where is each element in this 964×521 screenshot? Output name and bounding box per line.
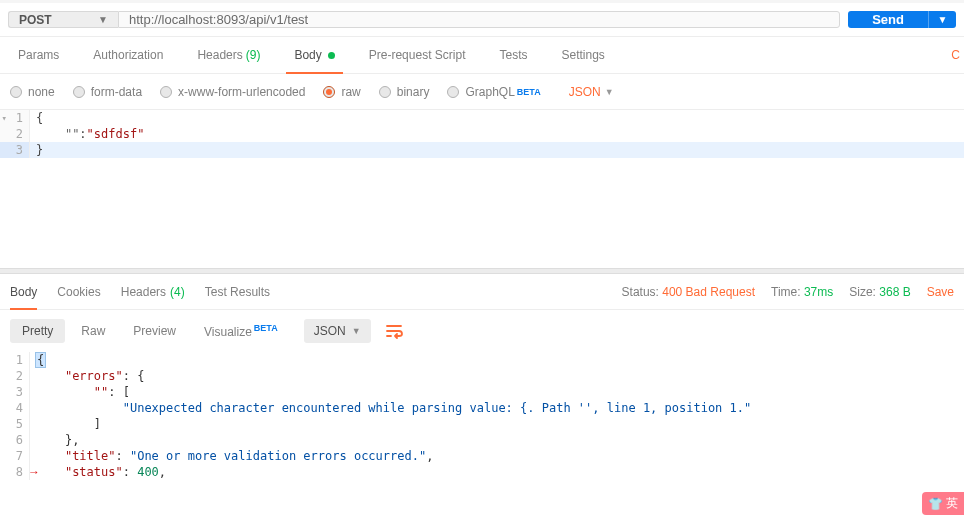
ime-badge[interactable]: 👕 英 xyxy=(922,492,964,515)
cookies-link[interactable]: C xyxy=(951,48,960,62)
request-body-editor[interactable]: 1▾{ 2 "":"sdfdsf" 3} xyxy=(0,110,964,268)
view-pretty-button[interactable]: Pretty xyxy=(10,319,65,343)
arrow-annotation-icon xyxy=(28,464,40,480)
shirt-icon: 👕 xyxy=(928,497,943,511)
method-value: POST xyxy=(19,13,52,27)
send-button[interactable]: Send xyxy=(848,11,928,28)
raw-format-select[interactable]: JSON ▼ xyxy=(569,85,614,99)
send-more-button[interactable]: ▼ xyxy=(928,11,956,28)
view-raw-button[interactable]: Raw xyxy=(69,319,117,343)
body-none-radio[interactable]: none xyxy=(10,85,55,99)
response-format-select[interactable]: JSON ▼ xyxy=(304,319,371,343)
body-raw-radio[interactable]: raw xyxy=(323,85,360,99)
chevron-down-icon: ▼ xyxy=(938,14,948,25)
status-value: 400 Bad Request xyxy=(662,285,755,299)
time-value: 37ms xyxy=(804,285,833,299)
tab-body[interactable]: Body xyxy=(286,37,342,73)
http-method-select[interactable]: POST ▼ xyxy=(8,11,118,28)
response-tabs: Body Cookies Headers (4) Test Results St… xyxy=(0,274,964,310)
body-indicator-icon xyxy=(328,52,335,59)
tab-settings[interactable]: Settings xyxy=(554,37,613,73)
body-formdata-radio[interactable]: form-data xyxy=(73,85,142,99)
size-value: 368 B xyxy=(879,285,910,299)
body-urlencoded-radio[interactable]: x-www-form-urlencoded xyxy=(160,85,305,99)
response-tab-tests[interactable]: Test Results xyxy=(205,274,270,309)
tab-authorization[interactable]: Authorization xyxy=(85,37,171,73)
tab-params[interactable]: Params xyxy=(10,37,67,73)
body-graphql-radio[interactable]: GraphQLBETA xyxy=(447,85,540,99)
body-type-row: none form-data x-www-form-urlencoded raw… xyxy=(0,74,964,110)
response-view-row: Pretty Raw Preview VisualizeBETA JSON ▼ xyxy=(0,310,964,352)
fold-icon[interactable]: ▾ xyxy=(2,110,7,126)
response-tab-body[interactable]: Body xyxy=(10,274,37,309)
chevron-down-icon: ▼ xyxy=(352,326,361,336)
response-tab-cookies[interactable]: Cookies xyxy=(57,274,100,309)
wrap-lines-icon[interactable] xyxy=(385,323,405,339)
tab-tests[interactable]: Tests xyxy=(491,37,535,73)
url-input[interactable]: http://localhost:8093/api/v1/test xyxy=(118,11,840,28)
view-preview-button[interactable]: Preview xyxy=(121,319,188,343)
chevron-down-icon: ▼ xyxy=(605,87,614,97)
request-tabs: Params Authorization Headers (9) Body Pr… xyxy=(0,37,964,74)
response-status-area: Status: 400 Bad Request Time: 37ms Size:… xyxy=(622,285,954,299)
body-binary-radio[interactable]: binary xyxy=(379,85,430,99)
response-body-editor[interactable]: 1{ 2 "errors": { 3 "": [ 4 "Unexpected c… xyxy=(0,352,964,480)
tab-prerequest[interactable]: Pre-request Script xyxy=(361,37,474,73)
view-visualize-button[interactable]: VisualizeBETA xyxy=(192,318,290,344)
headers-count: (9) xyxy=(246,48,261,62)
chevron-down-icon: ▼ xyxy=(98,14,108,25)
response-tab-headers[interactable]: Headers (4) xyxy=(121,274,185,309)
url-bar: POST ▼ http://localhost:8093/api/v1/test… xyxy=(0,3,964,37)
tab-headers[interactable]: Headers (9) xyxy=(189,37,268,73)
save-response-button[interactable]: Save xyxy=(927,285,954,299)
